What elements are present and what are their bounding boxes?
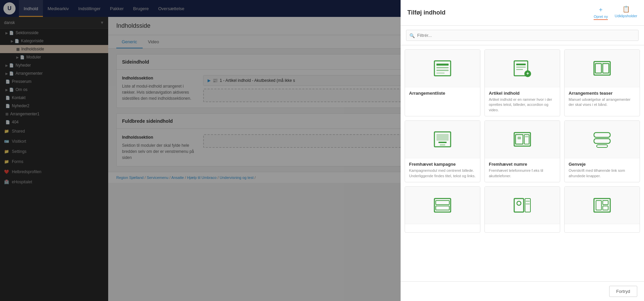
svg-rect-24 <box>594 139 610 143</box>
card-info <box>565 224 640 232</box>
modal-search: 🔍 <box>401 26 644 45</box>
card-info <box>405 224 480 232</box>
modal-actions: ＋ Opret ny 📋 Udklipsholder <box>594 5 637 20</box>
card-icon-area <box>565 187 640 224</box>
fremhaevet-kampagne-icon <box>433 130 452 149</box>
card-9[interactable] <box>564 186 640 233</box>
card-desc: Kampagnemodul med centreret billede. Und… <box>409 168 476 179</box>
card-info: Fremhævet numre Fremhævet telefonnumre f… <box>485 158 560 182</box>
card-8[interactable] <box>484 186 560 233</box>
card-fremhaevet-kampagne[interactable]: Fremhævet kampagne Kampagnemodul med cen… <box>405 120 480 182</box>
card-artikel-indhold[interactable]: + Artikel indhold Artikel indhold er en … <box>484 49 560 116</box>
card-title: Artikel indhold <box>489 91 556 96</box>
modal-header: Tilføj indhold ＋ Opret ny 📋 Udklipsholde… <box>401 0 644 26</box>
card-info: Arrangements teaser Manuel udvælgelse af… <box>565 87 640 111</box>
clipboard-icon: 📋 <box>622 5 630 13</box>
create-new-label: Opret ny <box>594 15 608 19</box>
modal-title: Tilføj indhold <box>407 9 446 16</box>
svg-rect-36 <box>603 201 608 205</box>
create-new-button[interactable]: ＋ Opret ny <box>594 5 608 20</box>
card-icon-area <box>485 121 560 158</box>
svg-rect-20 <box>518 137 521 139</box>
svg-rect-17 <box>440 144 445 145</box>
svg-rect-13 <box>603 64 609 73</box>
card-desc: Overskrift med tilhørende link som afrun… <box>569 168 636 179</box>
card-arrangements-teaser[interactable]: Arrangements teaser Manuel udvælgelse af… <box>564 49 640 116</box>
arrangementliste-icon <box>433 59 452 78</box>
card-desc: Artikel indhold er en rammer hvor i der … <box>489 97 556 113</box>
svg-rect-12 <box>595 64 601 73</box>
card9-icon <box>593 196 612 215</box>
svg-point-30 <box>517 201 521 205</box>
card-icon-area <box>405 121 480 158</box>
modal-footer: Fortryd <box>401 281 644 301</box>
svg-rect-2 <box>436 67 449 68</box>
svg-rect-23 <box>594 133 610 137</box>
artikel-indhold-icon: + <box>513 59 532 78</box>
card-icon-area <box>565 121 640 158</box>
svg-rect-8 <box>516 69 523 70</box>
card-title: Fremhævet numre <box>489 162 556 167</box>
card-info: Arrangementliste <box>405 87 480 100</box>
content-type-grid: Arrangementliste + Artikel indhold Artik… <box>401 45 644 281</box>
card-info <box>485 224 560 232</box>
clipboard-button[interactable]: 📋 Udklipsholder <box>615 5 637 20</box>
svg-text:+: + <box>526 71 529 76</box>
svg-rect-35 <box>596 201 601 210</box>
card-genveje[interactable]: Genveje Overskrift med tilhørende link s… <box>564 120 640 182</box>
card-icon-area <box>485 187 560 224</box>
svg-rect-16 <box>438 142 447 143</box>
card-title: Fremhævet kampagne <box>409 162 476 167</box>
card-info: Artikel indhold Artikel indhold er en ra… <box>485 87 560 116</box>
clipboard-label: Udklipsholder <box>615 14 637 18</box>
card-desc: Manuel udvælgelse af arrangementer der s… <box>569 97 636 108</box>
svg-rect-28 <box>436 206 449 210</box>
svg-rect-7 <box>516 67 526 68</box>
card-icon-area <box>405 50 480 87</box>
search-input[interactable] <box>406 30 639 41</box>
card-desc: Fremhævet telefonnumre f.eks til akuttel… <box>489 168 556 179</box>
svg-rect-15 <box>436 134 449 141</box>
fremhaevet-numre-icon <box>513 130 532 149</box>
svg-rect-25 <box>597 145 607 147</box>
svg-rect-6 <box>516 64 526 65</box>
card-icon-area: + <box>485 50 560 87</box>
card-icon-area <box>565 50 640 87</box>
svg-rect-3 <box>436 70 449 71</box>
card-title: Arrangements teaser <box>569 91 636 96</box>
svg-rect-37 <box>603 206 608 210</box>
svg-rect-33 <box>526 203 530 205</box>
card-info: Genveje Overskrift med tilhørende link s… <box>565 158 640 182</box>
card8-icon <box>513 196 532 215</box>
svg-rect-4 <box>436 72 445 74</box>
card-info: Fremhævet kampagne Kampagnemodul med cen… <box>405 158 480 182</box>
svg-rect-27 <box>436 201 449 205</box>
search-icon: 🔍 <box>409 33 415 38</box>
card-title: Arrangementliste <box>409 91 476 96</box>
card-arrangementliste[interactable]: Arrangementliste <box>405 49 480 116</box>
cancel-button[interactable]: Fortryd <box>609 286 637 297</box>
card-fremhaevet-numre[interactable]: Fremhævet numre Fremhævet telefonnumre f… <box>484 120 560 182</box>
card7-icon <box>433 196 452 215</box>
card-title: Genveje <box>569 162 636 167</box>
svg-rect-1 <box>436 64 449 66</box>
card-7[interactable] <box>405 186 480 233</box>
arrangements-teaser-icon <box>593 59 612 78</box>
plus-icon: ＋ <box>598 5 604 14</box>
search-wrapper: 🔍 <box>406 30 639 41</box>
svg-rect-22 <box>525 136 528 137</box>
add-content-panel: Tilføj indhold ＋ Opret ny 📋 Udklipsholde… <box>401 0 644 301</box>
genveje-icon <box>593 130 612 149</box>
svg-rect-32 <box>526 201 530 202</box>
card-icon-area <box>405 187 480 224</box>
